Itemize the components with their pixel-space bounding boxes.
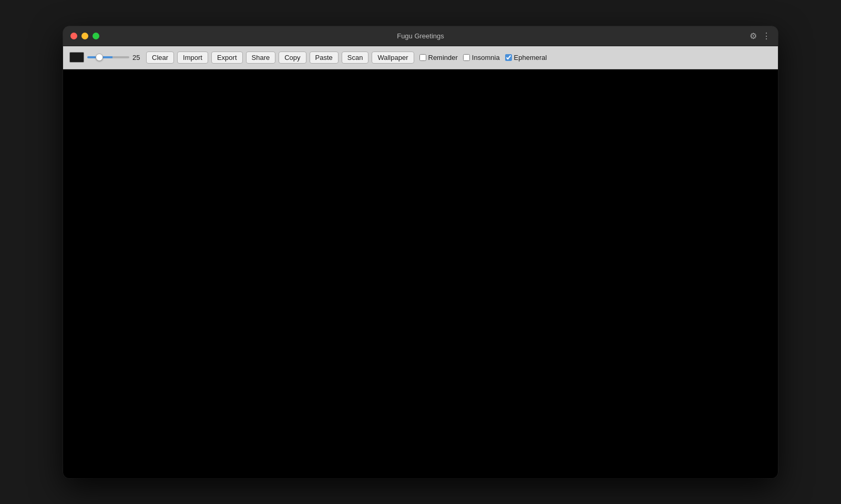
insomnia-label[interactable]: Insomnia <box>463 54 500 61</box>
import-button[interactable]: Import <box>177 52 208 64</box>
clear-button[interactable]: Clear <box>146 52 174 64</box>
app-window: Fugu Greetings ⚙ ⋮ 25 Clear Import Expor… <box>63 26 778 478</box>
close-button[interactable] <box>70 33 77 39</box>
slider-container: 25 <box>87 54 143 61</box>
traffic-lights <box>70 33 99 39</box>
reminder-label[interactable]: Reminder <box>419 54 458 61</box>
ephemeral-checkbox[interactable] <box>505 54 512 61</box>
ephemeral-label[interactable]: Ephemeral <box>505 54 547 61</box>
brush-size-slider[interactable] <box>87 56 129 58</box>
window-title: Fugu Greetings <box>397 32 444 40</box>
color-swatch[interactable] <box>69 52 84 63</box>
copy-button[interactable]: Copy <box>279 52 306 64</box>
extensions-icon[interactable]: ⚙ <box>750 31 757 41</box>
insomnia-checkbox[interactable] <box>463 54 470 61</box>
wallpaper-button[interactable]: Wallpaper <box>372 52 414 64</box>
share-button[interactable]: Share <box>246 52 276 64</box>
slider-value: 25 <box>132 54 143 61</box>
ephemeral-text: Ephemeral <box>514 54 547 61</box>
titlebar-actions: ⚙ ⋮ <box>750 31 771 41</box>
reminder-checkbox[interactable] <box>419 54 426 61</box>
canvas-area[interactable] <box>63 69 778 478</box>
reminder-text: Reminder <box>428 54 458 61</box>
toolbar: 25 Clear Import Export Share Copy Paste … <box>63 46 778 69</box>
maximize-button[interactable] <box>93 33 99 39</box>
scan-button[interactable]: Scan <box>342 52 369 64</box>
checkbox-group: Reminder Insomnia Ephemeral <box>419 54 547 61</box>
titlebar: Fugu Greetings ⚙ ⋮ <box>63 26 778 46</box>
export-button[interactable]: Export <box>211 52 243 64</box>
paste-button[interactable]: Paste <box>310 52 339 64</box>
menu-icon[interactable]: ⋮ <box>762 31 771 41</box>
insomnia-text: Insomnia <box>472 54 500 61</box>
minimize-button[interactable] <box>81 33 88 39</box>
